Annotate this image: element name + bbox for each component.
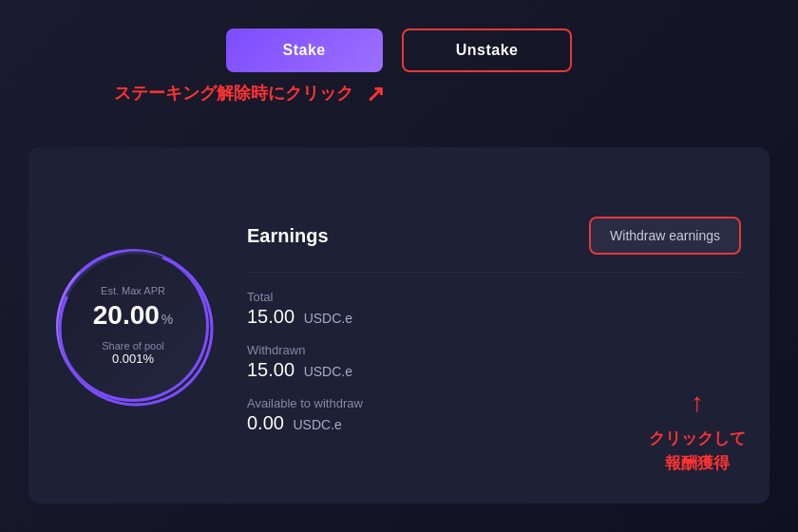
withdrawn-label: Withdrawn bbox=[247, 343, 741, 357]
unstake-annotation: ステーキング解除時にクリック ↗ bbox=[114, 81, 385, 107]
withdrawn-amount: 15.00 bbox=[247, 359, 294, 380]
apr-container: Est. Max APR 20.00 % Share of pool 0.001… bbox=[57, 250, 209, 402]
arrow-right-icon: ↗ bbox=[366, 81, 385, 107]
withdrawn-value: 15.00 USDC.e bbox=[247, 359, 741, 381]
total-label: Total bbox=[247, 290, 741, 304]
withdrawn-currency: USDC.e bbox=[304, 364, 352, 379]
total-amount: 15.00 bbox=[247, 306, 294, 327]
unstake-annotation-text: ステーキング解除時にクリック bbox=[114, 84, 353, 103]
withdraw-annotation: ↑ クリックして 報酬獲得 bbox=[649, 383, 746, 475]
unstake-button[interactable]: Unstake bbox=[402, 28, 573, 72]
withdrawn-row: Withdrawn 15.00 USDC.e bbox=[247, 343, 741, 381]
action-bar: Stake Unstake bbox=[0, 28, 798, 72]
earnings-header: Earnings Withdraw earnings bbox=[247, 217, 741, 255]
total-value: 15.00 USDC.e bbox=[247, 306, 741, 328]
available-currency: USDC.e bbox=[294, 417, 342, 432]
arrow-up-icon: ↑ bbox=[649, 383, 746, 423]
stake-button[interactable]: Stake bbox=[226, 28, 383, 72]
apr-ring-svg bbox=[54, 247, 218, 410]
divider-1 bbox=[247, 272, 741, 273]
available-amount: 0.00 bbox=[247, 412, 284, 433]
total-row: Total 15.00 USDC.e bbox=[247, 290, 741, 328]
withdraw-earnings-button[interactable]: Withdraw earnings bbox=[589, 217, 741, 255]
apr-circle: Est. Max APR 20.00 % Share of pool 0.001… bbox=[57, 250, 209, 402]
earnings-title: Earnings bbox=[247, 225, 329, 247]
withdraw-annotation-line2: 報酬獲得 bbox=[665, 454, 730, 472]
withdraw-annotation-line1: クリックして bbox=[649, 429, 746, 447]
total-currency: USDC.e bbox=[304, 311, 352, 326]
